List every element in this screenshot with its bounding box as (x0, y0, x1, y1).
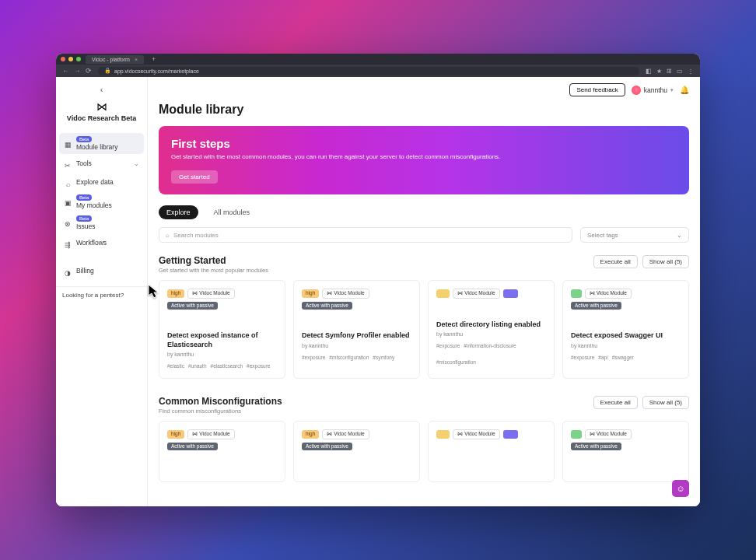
tools-icon: ✂ (64, 162, 72, 170)
username: kannthu (644, 86, 667, 94)
mode-pill: Active with passive (167, 302, 218, 310)
sidebar-item-billing[interactable]: ◑ Billing (59, 261, 144, 280)
module-card[interactable]: ⋈ Vidoc Module (428, 421, 555, 482)
sidebar-item-tools[interactable]: ✂ Tools ⌄ (59, 154, 144, 173)
sidebar-footer-link[interactable]: Looking for a pentest? (56, 286, 147, 303)
chevron-left-icon: ‹ (100, 85, 103, 94)
window-maximize[interactable] (76, 57, 81, 61)
window-traffic-lights (61, 57, 81, 61)
browser-tab-strip: Vidoc - platform × + (56, 54, 700, 65)
module-card[interactable]: high ⋈ Vidoc Module Active with passive … (293, 280, 420, 379)
search-icon: ⌕ (64, 180, 72, 188)
browser-tab[interactable]: Vidoc - platform × (86, 55, 144, 64)
sidebar-item-my-modules[interactable]: ▣ Beta My modules (59, 191, 144, 212)
sidebar-item-explore-data[interactable]: ⌕ Explore data (59, 173, 144, 191)
view-tabs: Explore All modules (159, 205, 689, 219)
mode-pill (503, 430, 518, 439)
card-author: by kannthu (436, 331, 546, 337)
tag[interactable]: #exposure (571, 355, 594, 360)
beta-badge: Beta (76, 215, 92, 222)
show-all-button[interactable]: Show all (5) (642, 396, 689, 409)
new-tab-button[interactable]: + (149, 55, 159, 63)
module-card[interactable]: ⋈ Vidoc Module Detect directory listing … (428, 280, 555, 379)
tag[interactable]: #exposure (436, 343, 460, 348)
sidebar-item-issues[interactable]: ⊗ Beta Issues (59, 212, 144, 233)
module-type-pill: ⋈ Vidoc Module (322, 289, 369, 299)
browser-extension-icons: ◧ ★ ⊞ ▭ ⋮ (646, 68, 694, 75)
module-type-pill: ⋈ Vidoc Module (585, 429, 632, 439)
tag[interactable]: #elastic (167, 363, 184, 369)
module-card[interactable]: ⋈ Vidoc Module Active with passive (562, 421, 689, 482)
chat-icon: ☺ (676, 484, 684, 493)
nav-reload-icon[interactable]: ⟳ (86, 67, 92, 75)
card-tags: #elastic #unauth #elasticsearch #exposur… (167, 363, 277, 369)
module-card[interactable]: high ⋈ Vidoc Module Active with passive … (159, 280, 285, 379)
tag[interactable]: #exposure (247, 363, 270, 369)
ext-icon-4[interactable]: ▭ (677, 68, 683, 75)
tag[interactable]: #symfony (373, 355, 394, 360)
severity-badge (436, 430, 450, 439)
sidebar-item-label: Explore data (76, 178, 114, 186)
sidebar-item-label: My modules (76, 201, 112, 209)
ext-icon-3[interactable]: ⊞ (667, 68, 672, 75)
card-tags: #exposure #api #swagger (571, 355, 681, 360)
show-all-button[interactable]: Show all (5) (642, 255, 689, 268)
mode-pill (503, 289, 518, 298)
severity-badge (571, 430, 582, 439)
browser-menu-icon[interactable]: ⋮ (688, 68, 694, 75)
bell-icon[interactable]: 🔔 (680, 86, 689, 94)
tag-select-placeholder: Select tags (587, 232, 618, 239)
card-author: by kannthu (167, 352, 277, 357)
issues-icon: ⊗ (64, 220, 72, 228)
sidebar-item-module-library[interactable]: ▦ Beta Module library (59, 133, 144, 154)
sidebar-back[interactable]: ‹ (56, 83, 147, 100)
tag[interactable]: #misconfiguration (436, 359, 476, 365)
beta-badge: Beta (76, 194, 92, 201)
ext-icon-1[interactable]: ◧ (646, 68, 652, 75)
chevron-down-icon: ▾ (670, 87, 674, 93)
tab-all-modules[interactable]: All modules (206, 205, 258, 219)
sidebar-item-label: Module library (76, 143, 117, 151)
sidebar-item-label: Issues (76, 222, 96, 230)
tag[interactable]: #exposure (302, 355, 325, 360)
support-chat-button[interactable]: ☺ (672, 480, 689, 497)
brand[interactable]: ⋈ Vidoc Research Beta (56, 100, 147, 133)
module-card[interactable]: high ⋈ Vidoc Module Active with passive (159, 421, 285, 482)
brand-logo-icon: ⋈ (96, 100, 107, 113)
sidebar-item-workflows[interactable]: ⇶ Workflows (59, 233, 144, 252)
window-close[interactable] (61, 57, 65, 61)
tag-select[interactable]: Select tags ⌄ (580, 227, 689, 243)
execute-all-button[interactable]: Execute all (593, 255, 638, 268)
send-feedback-button[interactable]: Send feedback (569, 83, 625, 96)
tag[interactable]: #misconfiguration (329, 355, 369, 360)
tag[interactable]: #api (598, 355, 607, 360)
module-card[interactable]: ⋈ Vidoc Module Active with passive Detec… (562, 280, 689, 379)
sidebar-item-label: Billing (76, 267, 94, 275)
ext-icon-2[interactable]: ★ (656, 68, 662, 75)
execute-all-button[interactable]: Execute all (593, 396, 638, 409)
tag[interactable]: #unauth (188, 363, 207, 369)
cursor-icon (148, 284, 160, 299)
tag[interactable]: #information-disclosure (464, 343, 516, 348)
card-title: Detect directory listing enabled (436, 320, 546, 330)
tab-explore[interactable]: Explore (159, 205, 198, 219)
close-tab-icon[interactable]: × (135, 57, 138, 62)
modules-icon: ▣ (64, 199, 72, 207)
browser-window: Vidoc - platform × + ← → ⟳ 🔒 app.vidocse… (56, 54, 700, 506)
nav-back-icon[interactable]: ← (62, 67, 69, 75)
module-type-pill: ⋈ Vidoc Module (453, 289, 499, 299)
search-placeholder: Search modules (173, 232, 219, 239)
card-title: Detect exposed Swagger UI (571, 331, 681, 341)
get-started-button[interactable]: Get started (171, 170, 218, 184)
url-bar[interactable]: 🔒 app.vidocsecurity.com/marketplace (98, 67, 639, 75)
user-menu[interactable]: kannthu ▾ (632, 86, 674, 95)
window-minimize[interactable] (68, 57, 73, 61)
nav-forward-icon[interactable]: → (74, 67, 81, 75)
chevron-down-icon: ⌄ (134, 160, 139, 167)
module-card[interactable]: high ⋈ Vidoc Module Active with passive (293, 421, 420, 482)
tag[interactable]: #swagger (612, 355, 634, 360)
sidebar-item-label: Workflows (76, 239, 107, 247)
hero-title: First steps (171, 137, 677, 150)
search-input[interactable]: ⌕ Search modules (159, 227, 572, 243)
tag[interactable]: #elasticsearch (211, 363, 243, 369)
